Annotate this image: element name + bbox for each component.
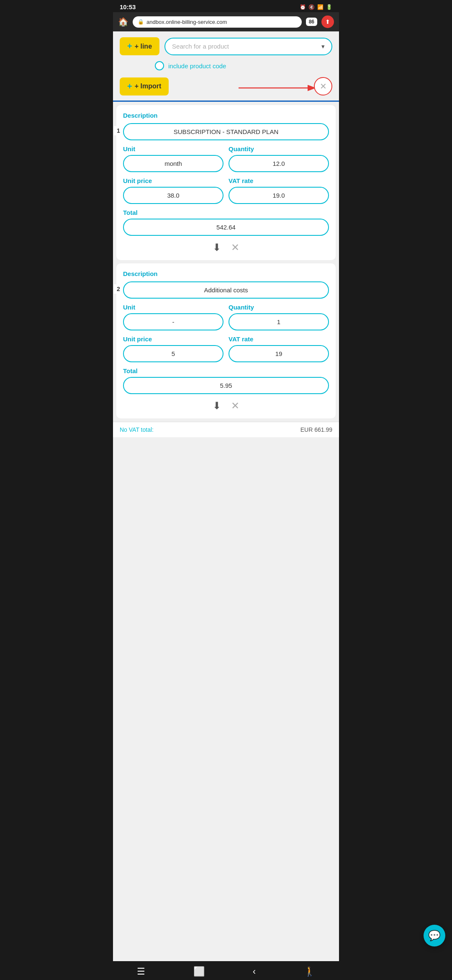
item-1-vatrate-group: VAT rate	[229, 177, 329, 204]
nav-person-icon[interactable]: 🚶	[304, 966, 315, 977]
time: 10:53	[120, 3, 136, 10]
item-1-unitprice-input[interactable]	[123, 187, 223, 204]
item-2-section: 2 Description Unit Quantity Unit price V…	[116, 263, 336, 418]
item-2-price-vat-row: Unit price VAT rate	[123, 335, 329, 362]
plus-import-icon: +	[127, 82, 132, 91]
footer-summary: No VAT total: EUR 661.99	[113, 422, 339, 437]
item-1-total-label: Total	[123, 209, 329, 216]
bottom-nav: ☰ ⬜ ‹ 🚶	[113, 961, 339, 980]
search-placeholder: Search for a product	[172, 43, 229, 50]
action-bar: + + line Search for a product ▾	[113, 31, 339, 59]
item-1-quantity-input[interactable]	[229, 155, 329, 172]
main-content: + + line Search for a product ▾ include …	[113, 31, 339, 961]
item-2-unit-group: Unit	[123, 304, 223, 330]
item-2-description-input[interactable]	[123, 281, 329, 299]
upload-button[interactable]: ⬆	[321, 15, 334, 28]
item-1-price-vat-row: Unit price VAT rate	[123, 177, 329, 204]
no-vat-value: EUR 661.99	[300, 426, 332, 433]
product-code-row: include product code	[113, 59, 339, 75]
item-1-total-input[interactable]	[123, 219, 329, 236]
item-2-unitprice-input[interactable]	[123, 345, 223, 362]
import-label: + Import	[135, 83, 162, 90]
close-button[interactable]: ✕	[314, 77, 332, 95]
url-text: andbox.online-billing-service.com	[146, 19, 227, 25]
status-bar: 10:53 ⏰ 🔇 📶 🔋	[113, 0, 339, 12]
browser-bar: 🏠 🔒 andbox.online-billing-service.com 86…	[113, 12, 339, 31]
item-1-total-group: Total	[123, 209, 329, 236]
item-2-quantity-input[interactable]	[229, 313, 329, 330]
item-2-number: 2	[114, 284, 123, 294]
item-2-delete-icon[interactable]: ✕	[231, 400, 239, 412]
close-icon: ✕	[320, 81, 327, 91]
item-1-quantity-group: Quantity	[229, 145, 329, 172]
item-2-quantity-label: Quantity	[229, 304, 329, 311]
item-2-vatrate-input[interactable]	[229, 345, 329, 362]
import-bar: + + Import ✕	[113, 75, 339, 101]
lock-icon: 🔒	[138, 19, 144, 25]
item-1-description-group: Description	[123, 112, 329, 140]
item-2-action-icons: ⬇ ✕	[123, 400, 329, 412]
item-2-unit-input[interactable]	[123, 313, 223, 330]
item-1-unit-label: Unit	[123, 145, 223, 152]
plus-icon: +	[127, 41, 132, 51]
section-divider	[113, 101, 339, 102]
item-1-description-label: Description	[123, 112, 329, 119]
product-code-label: include product code	[168, 62, 226, 70]
item-1-quantity-label: Quantity	[229, 145, 329, 152]
status-icons: ⏰ 🔇 📶 🔋	[300, 4, 332, 10]
item-1-number: 1	[114, 126, 123, 135]
item-2-save-icon[interactable]: ⬇	[213, 400, 221, 412]
item-1-unitprice-group: Unit price	[123, 177, 223, 204]
item-1-vatrate-input[interactable]	[229, 187, 329, 204]
nav-back-icon[interactable]: ‹	[253, 966, 256, 977]
no-vat-label: No VAT total:	[120, 426, 154, 433]
chevron-down-icon: ▾	[321, 43, 325, 50]
item-1-unitprice-label: Unit price	[123, 177, 223, 184]
item-1-description-input[interactable]	[123, 123, 329, 140]
item-2-unitprice-group: Unit price	[123, 335, 223, 362]
item-1-save-icon[interactable]: ⬇	[213, 242, 221, 253]
item-2-unit-quantity-row: Unit Quantity	[123, 304, 329, 330]
item-1-unit-input[interactable]	[123, 155, 223, 172]
item-1-action-icons: ⬇ ✕	[123, 242, 329, 253]
add-line-button[interactable]: + + line	[120, 37, 159, 55]
battery-icon: 🔋	[326, 4, 332, 10]
item-1-unit-quantity-row: Unit Quantity	[123, 145, 329, 172]
add-line-label: + line	[135, 43, 152, 50]
item-2-vatrate-label: VAT rate	[229, 335, 329, 343]
home-icon[interactable]: 🏠	[118, 17, 128, 27]
url-bar[interactable]: 🔒 andbox.online-billing-service.com	[133, 16, 302, 28]
signal-icon: 📶	[317, 4, 324, 10]
item-2-total-input[interactable]	[123, 377, 329, 394]
import-button[interactable]: + + Import	[120, 77, 169, 95]
mute-icon: 🔇	[308, 4, 315, 10]
item-2-unit-label: Unit	[123, 304, 223, 311]
tab-count[interactable]: 86	[306, 18, 317, 26]
item-2-quantity-group: Quantity	[229, 304, 329, 330]
item-2-unitprice-label: Unit price	[123, 335, 223, 343]
item-1-delete-icon[interactable]: ✕	[231, 242, 239, 253]
nav-home-icon[interactable]: ⬜	[193, 966, 205, 977]
upload-icon: ⬆	[325, 18, 330, 25]
alarm-icon: ⏰	[300, 4, 306, 10]
item-2-description-group: Description	[123, 270, 329, 299]
item-2-vatrate-group: VAT rate	[229, 335, 329, 362]
item-2-description-label: Description	[123, 270, 329, 277]
nav-menu-icon[interactable]: ☰	[137, 966, 145, 977]
item-2-total-label: Total	[123, 367, 329, 374]
item-2-total-group: Total	[123, 367, 329, 394]
product-search-dropdown[interactable]: Search for a product ▾	[164, 38, 332, 55]
item-1-section: 1 Description Unit Quantity Unit price V…	[116, 105, 336, 260]
item-1-unit-group: Unit	[123, 145, 223, 172]
item-1-vatrate-label: VAT rate	[229, 177, 329, 184]
product-code-radio[interactable]	[155, 61, 164, 70]
